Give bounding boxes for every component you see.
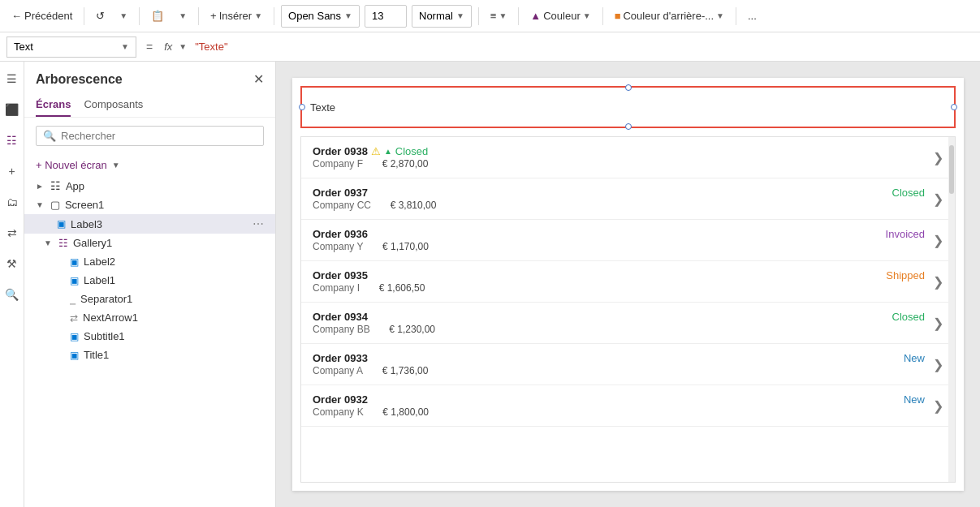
back-label: Précédent <box>24 10 72 22</box>
tab-components[interactable]: Composants <box>84 93 143 117</box>
list-item[interactable]: Order 0938 ⚠ ▲ Closed Company F € 2,870,… <box>301 137 955 178</box>
tree-item-label3[interactable]: ▣ Label3 ⋯ <box>24 214 275 234</box>
search-icon[interactable]: 🔍 <box>2 284 23 305</box>
list-item[interactable]: Order 0932 New Company K € 1,800,00 ❯ <box>301 385 955 427</box>
app-icon: ☷ <box>50 179 61 192</box>
label3-more-button[interactable]: ⋯ <box>253 217 264 230</box>
chevron-down-icon4: ▼ <box>344 11 352 20</box>
tree-item-app[interactable]: ► ☷ App <box>24 176 275 195</box>
left-icon-bar: ☰ ⬛ ☷ + 🗂 ⇄ ⚒ 🔍 <box>0 62 24 507</box>
style-dropdown[interactable]: Normal ▼ <box>412 5 472 28</box>
list-item[interactable]: Order 0937 Closed Company CC € 3,810,00 … <box>301 178 955 220</box>
scrollbar-thumb[interactable] <box>949 145 954 194</box>
gallery-list: Order 0938 ⚠ ▲ Closed Company F € 2,870,… <box>300 136 956 483</box>
sidebar: Arborescence ✕ Écrans Composants 🔍 + Nou… <box>24 62 276 507</box>
item-nav-chevron[interactable]: ❯ <box>933 398 943 414</box>
tree-item-gallery1[interactable]: ▼ ☷ Gallery1 <box>24 234 275 252</box>
item-info: Order 0932 New Company K € 1,800,00 <box>313 393 925 418</box>
undo-dropdown[interactable]: ▼ <box>114 8 132 24</box>
wrench-icon[interactable]: ⚒ <box>2 253 23 274</box>
chevron-down-icon5: ▼ <box>456 11 464 20</box>
new-screen-button[interactable]: + Nouvel écran ▼ <box>24 154 275 176</box>
font-dropdown[interactable]: Open Sans ▼ <box>281 5 360 28</box>
formula-input[interactable] <box>192 41 974 53</box>
item-amount: € 3,810,00 <box>391 200 437 211</box>
item-detail-row: Company F € 2,870,00 <box>313 157 925 170</box>
item-status: Closed <box>892 187 925 199</box>
item-status: Invoiced <box>886 228 925 240</box>
scrollbar-track <box>948 137 955 482</box>
label3-label: Label3 <box>71 218 248 230</box>
formula-name-box[interactable]: Text ▼ <box>6 37 136 58</box>
align-button[interactable]: ≡ ▼ <box>486 6 512 25</box>
search-magnifier-icon: 🔍 <box>43 130 56 142</box>
nextarrow1-label: NextArrow1 <box>83 312 264 324</box>
chevron-down-icon: ▼ <box>119 11 127 20</box>
item-nav-chevron[interactable]: ❯ <box>933 274 943 290</box>
clipboard-dropdown[interactable]: ▼ <box>174 8 192 24</box>
item-header-row: Order 0934 Closed <box>313 311 925 323</box>
tree-item-nextarrow1[interactable]: ⇄ NextArrow1 <box>24 308 275 327</box>
align-icon: ≡ <box>490 10 497 22</box>
font-label: Open Sans <box>288 10 341 22</box>
search-box[interactable]: 🔍 <box>36 126 264 146</box>
clipboard-button[interactable]: 📋 <box>146 6 169 25</box>
tree-item-subtitle1[interactable]: ▣ Subtitle1 <box>24 327 275 346</box>
selected-text-label[interactable]: Texte <box>300 86 956 128</box>
item-nav-chevron[interactable]: ❯ <box>933 191 943 207</box>
tree-icon[interactable]: ☷ <box>2 130 23 151</box>
label1-label: Label1 <box>84 274 264 286</box>
chevron-down-icon7: ▼ <box>583 11 591 20</box>
item-amount: € 1,170,00 <box>382 241 429 252</box>
item-company: Company A <box>313 365 363 376</box>
tree-item-separator1[interactable]: ⎯ Separator1 <box>24 290 275 308</box>
search-input[interactable] <box>61 130 257 142</box>
more-button[interactable]: ... <box>743 6 762 25</box>
warning-icon: ⚠ <box>371 145 381 157</box>
sidebar-close-button[interactable]: ✕ <box>253 71 264 87</box>
item-nav-chevron[interactable]: ❯ <box>933 150 943 165</box>
layers-icon[interactable]: ⬛ <box>2 99 23 120</box>
color-label: Couleur <box>543 10 581 22</box>
plus-circle-icon[interactable]: + <box>2 161 23 182</box>
bg-color-button[interactable]: ■ Couleur d'arrière-... ▼ <box>610 6 729 25</box>
list-item[interactable]: Order 0933 New Company A € 1,736,00 ❯ <box>301 344 955 385</box>
color-icon: ▲ <box>530 10 541 22</box>
undo-button[interactable]: ↺ <box>91 6 110 25</box>
arrows-icon[interactable]: ⇄ <box>2 222 23 243</box>
new-screen-chevron: ▼ <box>112 161 120 170</box>
color-button[interactable]: ▲ Couleur ▼ <box>525 6 595 25</box>
item-info: Order 0938 ⚠ ▲ Closed Company F € 2,870,… <box>313 145 925 170</box>
database-icon[interactable]: 🗂 <box>2 191 23 213</box>
item-company: Company K <box>313 406 364 418</box>
fx-chevron: ▼ <box>179 42 187 51</box>
item-company: Company CC <box>313 200 371 211</box>
handle-bottom-center <box>625 123 632 130</box>
back-button[interactable]: ← Précédent <box>6 6 77 25</box>
tab-screens[interactable]: Écrans <box>36 93 71 117</box>
tree-item-label2[interactable]: ▣ Label2 <box>24 252 275 271</box>
sidebar-title: Arborescence <box>36 72 123 87</box>
label-icon4: ▣ <box>70 331 79 342</box>
item-nav-chevron[interactable]: ❯ <box>933 233 943 248</box>
list-item[interactable]: Order 0935 Shipped Company I € 1,606,50 … <box>301 261 955 303</box>
sep5 <box>478 7 479 25</box>
item-order: Order 0936 <box>313 228 368 240</box>
item-nav-chevron[interactable]: ❯ <box>933 316 943 331</box>
list-item[interactable]: Order 0934 Closed Company BB € 1,230,00 … <box>301 303 955 344</box>
label-icon3: ▣ <box>70 275 79 286</box>
tree-item-screen1[interactable]: ▼ ▢ Screen1 <box>24 195 275 214</box>
formula-name: Text <box>14 41 33 53</box>
item-company: Company Y <box>313 241 363 252</box>
list-item[interactable]: Order 0936 Invoiced Company Y € 1,170,00… <box>301 220 955 261</box>
label2-label: Label2 <box>84 256 264 268</box>
insert-button[interactable]: + Insérer ▼ <box>205 6 267 25</box>
handle-top-center <box>625 84 632 91</box>
tree-item-title1[interactable]: ▣ Title1 <box>24 346 275 364</box>
item-order: Order 0934 <box>313 311 368 323</box>
size-dropdown[interactable]: 13 <box>365 5 407 28</box>
tree-item-label1[interactable]: ▣ Label1 <box>24 271 275 290</box>
item-nav-chevron[interactable]: ❯ <box>933 357 943 372</box>
hamburger-icon[interactable]: ☰ <box>2 68 23 89</box>
separator1-label: Separator1 <box>80 293 264 305</box>
